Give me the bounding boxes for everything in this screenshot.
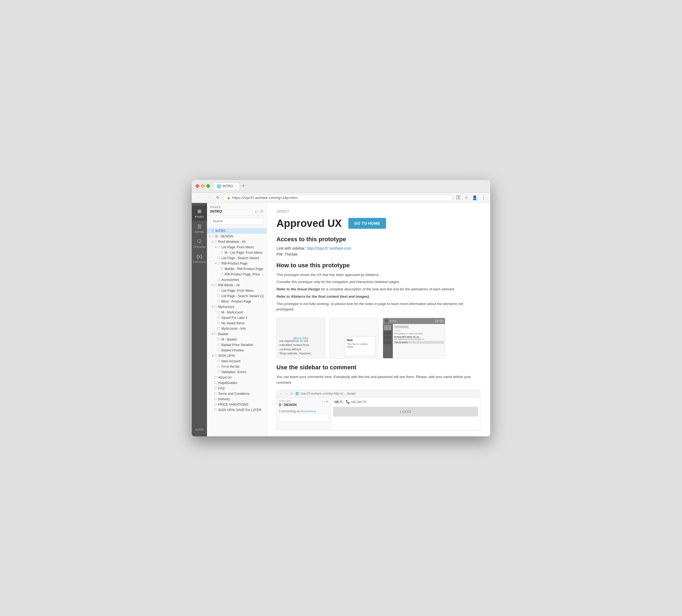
tab-bar: 🌐 INTRO × + [213, 183, 486, 190]
tree-item-rw-product-page[interactable]: ▾☐RW-Product Page [207, 261, 266, 266]
new-tab-button[interactable]: + [242, 183, 245, 189]
page-icon: ☐ [214, 332, 217, 336]
tree-item-validation-errors[interactable]: ▾☐Validation -Errors [207, 369, 266, 375]
key-icon-button[interactable]: ⚿ [455, 195, 462, 201]
address-bar[interactable]: 🔒 https://2vpc37.axshare.com/#g=1&p=intr… [223, 194, 453, 201]
tree-item-im-in-biz[interactable]: ▾☐I'm in the biz [207, 364, 266, 369]
tree-item-label: List Page- From Menu [221, 245, 254, 249]
refresh-button[interactable]: ↻ [214, 195, 221, 200]
tab-close-icon[interactable]: × [234, 184, 236, 188]
tree-item-basket-price-variation[interactable]: ▾☐Basket Price Variation [207, 342, 266, 348]
menu-button[interactable]: ⋮ [480, 195, 487, 201]
tree-item-list-page-search-variant[interactable]: ▾☐List Page - Search Variant [207, 255, 266, 261]
tree-item-about-us[interactable]: ▾☐About Us [207, 375, 266, 380]
tree-item-label: Roof Windows - All [218, 240, 246, 244]
comment-right-panel: UK 🏳 📞 020 344 78 LOGO [331, 398, 480, 430]
sidebar-icon-discuss[interactable]: 🗨 DISCUSS [192, 236, 207, 251]
close-button[interactable]: CLOSE [194, 425, 205, 434]
tree-item-sign-up-in[interactable]: ▾☐SIGN UP/In [207, 353, 266, 358]
tree-item-saved-for-later1[interactable]: ▾☐Saved For Later 1 [207, 315, 266, 321]
tree-item-roof-windows-all[interactable]: ▾☐Roof Windows - All [207, 239, 266, 244]
how-to-section-title: How to use this prototype [276, 262, 480, 269]
tree-item-list-page-from-menu[interactable]: ▾☐List Page- From Menu [207, 244, 266, 250]
close-traffic-light[interactable] [196, 184, 199, 188]
tree-item-intro[interactable]: ▾☐INTRO [207, 228, 266, 234]
page-icon: ☐ [217, 310, 220, 314]
sidebar-icon-notes[interactable]: ☰ NOTES [192, 221, 207, 236]
tree-item-blind-product-page[interactable]: ▾☐Blind - Product Page [207, 299, 266, 304]
sidebar-icon-pages[interactable]: ⊞ PAGES [192, 206, 207, 221]
go-to-home-button[interactable]: GO TO HOME [348, 218, 386, 229]
back-button[interactable]: ← [195, 195, 203, 201]
bookmark-button[interactable]: ☆ [463, 195, 470, 201]
search-input[interactable] [210, 218, 263, 225]
tree-item-label: List Page - Search Variant (1) [221, 294, 264, 298]
screenshots-row: More Info est experience on our mbedded … [276, 318, 480, 358]
console-icon: {x} [197, 254, 202, 259]
tree-item-m-list-page-from-menu[interactable]: ▾☐M - List Page- From Menu [207, 250, 266, 255]
page-icon: ☐ [214, 392, 217, 395]
page-icon: ☐ [211, 229, 214, 233]
tree-item-label: Basket Price Variation [221, 343, 253, 347]
minimize-traffic-light[interactable] [201, 184, 205, 188]
comment-back-btn[interactable]: ← [279, 392, 283, 396]
tree-item-sign-up-save-later[interactable]: ▾☐SIGN UP/In SAVE For LATER [207, 407, 266, 413]
export-button[interactable]: ⬡ [255, 209, 258, 214]
tree-item-label: About Us [218, 376, 231, 379]
page-heading: Approved UX [276, 218, 342, 229]
caret-icon: ▾ [212, 240, 213, 243]
tab-globe-icon: 🌐 [217, 184, 221, 188]
tree-item-no-saved-items[interactable]: ▾☐No Saved Items [207, 321, 266, 326]
page-icon: ☐ [214, 408, 217, 412]
tree-item-help-guides[interactable]: ▾☐Help&Guides [207, 380, 266, 386]
desc3: Refer to the Visual Design for a complet… [276, 287, 480, 292]
comment-input[interactable] [279, 414, 328, 422]
sidebar-icon-console[interactable]: {x} CONSOLE [192, 251, 207, 266]
comment-nav-close[interactable]: ✕ [326, 400, 328, 403]
pages-title-row: INTRO ⬡ ↺ [210, 209, 263, 214]
tree-item-label: RW-Product Page [221, 262, 247, 265]
tree-item-accessories[interactable]: ▾☐Accessories [207, 277, 266, 283]
page-icon: ☐ [221, 272, 223, 276]
pw-row: PW: TheSite [276, 252, 480, 257]
prototype-link[interactable]: http://2vpc37.axshare.com [307, 246, 351, 250]
tree-item-m-basket[interactable]: ▾☐M - Basket [207, 337, 266, 342]
tree-item-basket[interactable]: ▾☐Basket [207, 331, 266, 337]
comment-refresh-btn[interactable]: ↻ [290, 392, 293, 396]
tree-item-d-design[interactable]: ▾☐D - DESIGN [207, 234, 266, 239]
page-icon: ☐ [214, 387, 217, 390]
tree-item-m-myaccount[interactable]: ▾☐M - MyAccount [207, 310, 266, 315]
tree-item-list-page-search-variant1[interactable]: ▾☐List Page - Search Variant (1) [207, 293, 266, 299]
comment-nav-prev[interactable]: ‹ [321, 400, 322, 403]
refresh-pages-button[interactable]: ↺ [260, 209, 263, 214]
tree-item-label: Delivery [218, 397, 230, 401]
commenting-as-text: Commenting as [279, 410, 300, 413]
link-label: Link with sidebar: [276, 246, 306, 250]
comment-forward-btn[interactable]: → [285, 392, 288, 396]
tree-item-faq[interactable]: ▾☐FAQ [207, 386, 266, 391]
page-icon: ☐ [217, 294, 220, 298]
tree-item-label: Basket [218, 332, 228, 336]
forward-button[interactable]: → [205, 195, 212, 201]
tree-item-label: SIGN UP/In [218, 354, 235, 358]
tree-item-myaccount-info[interactable]: ▾☐MyAccount - Info [207, 326, 266, 331]
tree-item-label: Accessories [221, 278, 239, 282]
tree-item-price-variations[interactable]: ▾☐PRICE VARIATIONS [207, 402, 266, 407]
page-icon: ☐ [214, 305, 217, 309]
tree-item-myaccount[interactable]: ▾☐MyAccount [207, 304, 266, 310]
tree-item-basket-preview[interactable]: ▾☐Basket Preview [207, 348, 266, 353]
tree-item-rw-blinds-all[interactable]: ▾☐RW Blinds - All [207, 283, 266, 288]
tree-item-label: Validation -Errors [221, 370, 246, 374]
tree-item-delivery[interactable]: ▾☐Delivery [207, 396, 266, 402]
tree-item-terms-conditions[interactable]: ▾☐Terms and Conditions [207, 391, 266, 396]
commenting-anonymous[interactable]: Anonymous [301, 410, 316, 413]
tree-item-mobile-rw-product-page[interactable]: ▾☐Mobile - RW-Product Page [207, 266, 266, 272]
tree-item-list-page-from-menu2[interactable]: ▾☐List Page- From Menu [207, 288, 266, 293]
active-tab[interactable]: 🌐 INTRO × [213, 183, 240, 190]
pages-search [207, 216, 266, 227]
comment-nav-next[interactable]: › [324, 400, 325, 403]
avatar-button[interactable]: 👤 [471, 195, 479, 201]
tree-item-rw-product-page-price-vari[interactable]: ▾☐RW-Product Page_Price Varie [207, 272, 266, 277]
tree-item-new-account[interactable]: ▾☐New Account [207, 358, 266, 364]
maximize-traffic-light[interactable] [206, 184, 210, 188]
